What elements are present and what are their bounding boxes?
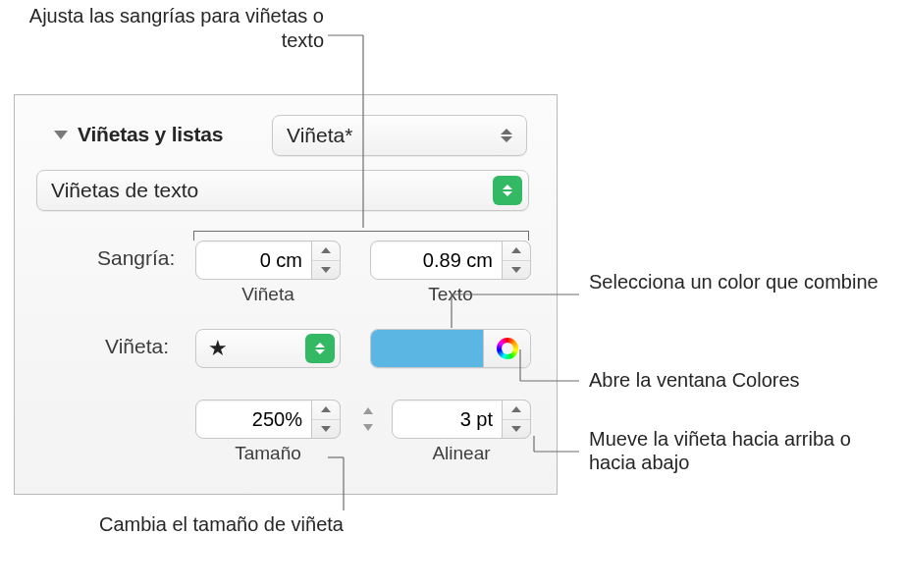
bullet-type-dropdown[interactable]: Viñetas de texto (36, 170, 529, 211)
list-style-value: Viñeta* (287, 124, 352, 147)
bullet-size-input[interactable] (208, 408, 302, 431)
callout-color-swatch: Selecciona un color que combine (589, 270, 883, 294)
callout-color-well: Abre la ventana Colores (589, 368, 903, 392)
align-sublabel: Alinear (392, 443, 531, 464)
bullet-align-stepper[interactable] (392, 400, 531, 439)
step-down-button[interactable] (312, 260, 340, 280)
bullet-size-stepper[interactable] (195, 400, 341, 439)
disclosure-triangle-icon[interactable] (54, 131, 68, 139)
step-down-button[interactable] (503, 260, 530, 280)
indent-bracket (193, 223, 529, 241)
step-up-button[interactable] (312, 241, 340, 260)
bullet-symbol-dropdown[interactable]: ★ (195, 329, 341, 368)
step-up-button[interactable] (312, 401, 340, 419)
stepper-buttons[interactable] (311, 400, 341, 439)
section-header[interactable]: Viñetas y listas (54, 123, 223, 146)
bullet-label: Viñeta: (105, 335, 169, 358)
bullet-type-value: Viñetas de texto (51, 179, 198, 202)
color-swatch[interactable] (371, 330, 483, 367)
section-title: Viñetas y listas (78, 123, 223, 146)
stepper-buttons[interactable] (502, 241, 531, 280)
indent-bullet-stepper[interactable] (195, 241, 341, 280)
bullet-align-input[interactable] (404, 408, 493, 431)
step-up-button[interactable] (503, 241, 530, 260)
step-down-button[interactable] (312, 419, 340, 439)
step-down-button[interactable] (503, 419, 530, 439)
indent-bullet-sublabel: Viñeta (195, 284, 341, 305)
callout-align: Mueve la viñeta hacia arriba o hacia aba… (589, 427, 883, 475)
chevron-updown-icon (501, 129, 512, 142)
indent-text-sublabel: Texto (370, 284, 531, 305)
indent-text-input[interactable] (383, 249, 493, 272)
list-style-dropdown[interactable]: Viñeta* (272, 115, 527, 156)
bullet-color-group (370, 329, 531, 368)
callout-indent: Ajusta las sangrías para viñetas o texto (0, 4, 324, 53)
callout-size: Cambia el tamaño de viñeta (88, 512, 344, 537)
indent-text-stepper[interactable] (370, 241, 531, 280)
size-sublabel: Tamaño (195, 443, 341, 464)
stepper-buttons[interactable] (502, 400, 531, 439)
indent-bullet-input[interactable] (208, 249, 302, 272)
chevron-updown-icon (305, 334, 335, 363)
color-picker-button[interactable] (483, 330, 530, 367)
stepper-buttons[interactable] (311, 241, 341, 280)
step-up-button[interactable] (503, 401, 530, 419)
indent-label: Sangría: (97, 246, 175, 270)
vertical-align-icon (354, 405, 382, 433)
star-icon: ★ (208, 336, 228, 361)
bullets-lists-panel: Viñetas y listas Viñeta* Viñetas de text… (14, 94, 558, 495)
color-wheel-icon (497, 338, 518, 359)
chevron-updown-icon (493, 176, 522, 205)
